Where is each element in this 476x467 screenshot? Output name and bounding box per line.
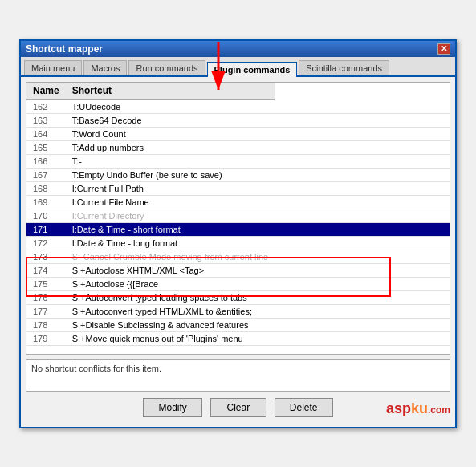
- row-shortcut: [275, 127, 450, 140]
- shortcut-mapper-window: Shortcut mapper ✕ Main menu Macros Run c…: [19, 39, 457, 428]
- row-number: 176: [26, 290, 66, 304]
- row-shortcut: [275, 168, 450, 181]
- row-name: I:Date & Time - long format: [66, 236, 275, 250]
- table-row[interactable]: 177S:+Autoconvert typed HTML/XML to &ent…: [26, 304, 450, 318]
- row-name: S:+Autoclose {{[Brace: [66, 277, 275, 290]
- row-name: T:Empty Undo Buffer (be sure to save): [66, 168, 275, 181]
- row-number: 178: [26, 318, 66, 331]
- status-text: No shortcut conflicts for this item.: [31, 363, 161, 373]
- table-row[interactable]: 166T:-: [26, 154, 450, 168]
- row-number: 167: [26, 168, 66, 181]
- row-shortcut: [275, 277, 450, 290]
- table-body: 162T:UUdecode163T:Base64 Decode164T:Word…: [26, 99, 450, 346]
- tab-macros[interactable]: Macros: [83, 60, 127, 75]
- tab-plugin-commands[interactable]: Plugin commands: [207, 62, 298, 77]
- row-shortcut: [275, 181, 450, 195]
- row-name: T:Add up numbers: [66, 140, 275, 154]
- row-shortcut: [275, 154, 450, 168]
- table-row[interactable]: 172I:Date & Time - long format: [26, 236, 450, 250]
- row-shortcut: [275, 331, 450, 345]
- row-name: T:UUdecode: [66, 99, 275, 114]
- row-shortcut: [275, 113, 450, 127]
- row-number: 169: [26, 195, 66, 209]
- name-column-header: Name: [26, 83, 66, 99]
- row-number: 175: [26, 277, 66, 290]
- row-name: S:+Disable Subclassing & advanced featur…: [66, 318, 275, 331]
- row-number: 162: [26, 99, 66, 114]
- row-name: I:Current Full Path: [66, 181, 275, 195]
- table-container[interactable]: Name Shortcut 162T:UUdecode163T:Base64 D…: [26, 82, 450, 355]
- close-button[interactable]: ✕: [437, 43, 450, 55]
- table-wrapper: Name Shortcut 162T:UUdecode163T:Base64 D…: [26, 82, 450, 355]
- row-name: I:Current File Name: [66, 195, 275, 209]
- table-row[interactable]: 163T:Base64 Decode: [26, 113, 450, 127]
- table-row[interactable]: 167T:Empty Undo Buffer (be sure to save): [26, 168, 450, 181]
- row-name: T:-: [66, 154, 275, 168]
- table-row[interactable]: 176S:+Autoconvert typed leading spaces t…: [26, 290, 450, 304]
- table-row[interactable]: 165T:Add up numbers: [26, 140, 450, 154]
- table-row[interactable]: 164T:Word Count: [26, 127, 450, 140]
- row-number: 168: [26, 181, 66, 195]
- row-shortcut: [275, 263, 450, 277]
- row-name: S:+Autoconvert typed HTML/XML to &entiti…: [66, 304, 275, 318]
- watermark: aspku.com: [386, 400, 450, 417]
- row-name: S:+Autoclose XHTML/XML <Tag>: [66, 263, 275, 277]
- title-bar: Shortcut mapper ✕: [21, 41, 455, 57]
- main-content: Name Shortcut 162T:UUdecode163T:Base64 D…: [21, 77, 455, 427]
- row-name: T:Word Count: [66, 127, 275, 140]
- modify-button[interactable]: Modify: [143, 398, 201, 417]
- row-shortcut: [275, 99, 450, 114]
- watermark-text3: .com: [428, 404, 450, 416]
- row-number: 170: [26, 209, 66, 222]
- title-bar-buttons: ✕: [437, 43, 450, 55]
- row-shortcut: [275, 250, 450, 263]
- table-row[interactable]: 168I:Current Full Path: [26, 181, 450, 195]
- row-shortcut: [275, 290, 450, 304]
- row-shortcut: [275, 318, 450, 331]
- row-number: 164: [26, 127, 66, 140]
- row-name: I:Current Directory: [66, 209, 275, 222]
- tab-main-menu[interactable]: Main menu: [24, 60, 82, 75]
- row-number: 173: [26, 250, 66, 263]
- table-row[interactable]: 171I:Date & Time - short format: [26, 222, 450, 236]
- row-number: 174: [26, 263, 66, 277]
- tabs-container: Main menu Macros Run commands Plugin com…: [21, 57, 455, 77]
- row-number: 166: [26, 154, 66, 168]
- row-number: 179: [26, 331, 66, 345]
- row-name: I:Date & Time - short format: [66, 222, 275, 236]
- row-shortcut: [275, 236, 450, 250]
- row-number: 163: [26, 113, 66, 127]
- tab-scintilla-commands[interactable]: Scintilla commands: [299, 60, 389, 75]
- row-number: 172: [26, 236, 66, 250]
- row-name: T:Base64 Decode: [66, 113, 275, 127]
- row-shortcut: [275, 209, 450, 222]
- table-header-row: Name Shortcut: [26, 83, 450, 99]
- tab-run-commands[interactable]: Run commands: [128, 60, 205, 75]
- row-shortcut: [275, 222, 450, 236]
- row-number: 171: [26, 222, 66, 236]
- table-row[interactable]: 178S:+Disable Subclassing & advanced fea…: [26, 318, 450, 331]
- row-name: S:-Cancel Crumble Mode moving from curre…: [66, 250, 275, 263]
- row-name: S:+Move quick menus out of 'Plugins' men…: [66, 331, 275, 345]
- table-row[interactable]: 179S:+Move quick menus out of 'Plugins' …: [26, 331, 450, 345]
- row-number: 177: [26, 304, 66, 318]
- table-row[interactable]: 162T:UUdecode: [26, 99, 450, 114]
- clear-button[interactable]: Clear: [210, 398, 266, 417]
- commands-table: Name Shortcut 162T:UUdecode163T:Base64 D…: [26, 83, 450, 346]
- row-name: S:+Autoconvert typed leading spaces to t…: [66, 290, 275, 304]
- watermark-text2: ku: [411, 400, 428, 416]
- watermark-text1: asp: [386, 400, 411, 416]
- table-row[interactable]: 169I:Current File Name: [26, 195, 450, 209]
- row-number: 165: [26, 140, 66, 154]
- table-row[interactable]: 174S:+Autoclose XHTML/XML <Tag>: [26, 263, 450, 277]
- shortcut-column-header: Shortcut: [66, 83, 275, 99]
- status-bar: No shortcut conflicts for this item.: [26, 359, 450, 392]
- row-shortcut: [275, 304, 450, 318]
- table-row[interactable]: 175S:+Autoclose {{[Brace: [26, 277, 450, 290]
- row-shortcut: [275, 140, 450, 154]
- table-row[interactable]: 170I:Current Directory: [26, 209, 450, 222]
- table-row[interactable]: 173S:-Cancel Crumble Mode moving from cu…: [26, 250, 450, 263]
- row-shortcut: [275, 195, 450, 209]
- window-title: Shortcut mapper: [26, 43, 103, 55]
- delete-button[interactable]: Delete: [275, 398, 333, 417]
